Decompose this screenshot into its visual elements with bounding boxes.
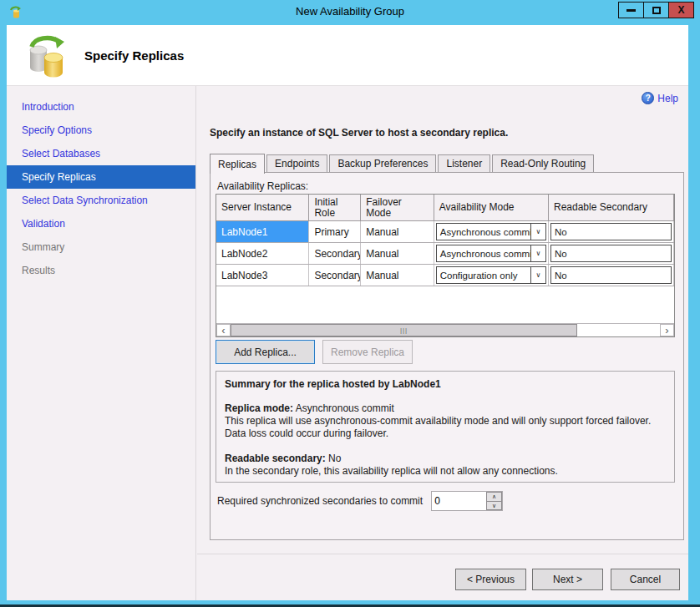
add-replica-button[interactable]: Add Replica...	[216, 340, 315, 364]
spin-down-icon[interactable]: ∨	[486, 501, 502, 511]
tab-read-only-routing[interactable]: Read-Only Routing	[492, 154, 594, 173]
scroll-right-icon[interactable]: ›	[660, 324, 674, 336]
sidebar-item-summary: Summary	[7, 235, 195, 259]
replica-mode-description: This replica will use asynchronous-commi…	[225, 415, 666, 440]
cell-server-instance[interactable]: LabNode2	[216, 243, 309, 264]
summary-title: Summary for the replica hosted by LabNod…	[225, 378, 666, 391]
cell-failover-mode: Manual	[361, 265, 434, 286]
content-area: ? Help Specify an instance of SQL Server…	[197, 86, 688, 600]
required-secondaries-spinner: ∧ ∨	[431, 491, 503, 511]
scrollbar-thumb[interactable]: |||	[231, 324, 577, 336]
tab-listener[interactable]: Listener	[438, 154, 490, 173]
horizontal-scrollbar[interactable]: ‹ ||| ›	[216, 323, 674, 336]
availability-mode-dropdown[interactable]: Configuration only ∨	[436, 266, 546, 284]
availability-mode-dropdown[interactable]: Asynchronous commit ∨	[436, 223, 546, 240]
readable-secondary-dropdown[interactable]: No	[550, 266, 672, 284]
chevron-down-icon[interactable]: ∨	[530, 245, 545, 261]
chevron-down-icon[interactable]: ∨	[530, 267, 545, 283]
grid-header-row: Server Instance Initial Role Failover Mo…	[216, 195, 674, 221]
required-secondaries-label: Required synchronized secondaries to com…	[217, 495, 423, 507]
readable-secondary-description: In the secondary role, this availability…	[225, 465, 666, 478]
column-header-availability-mode[interactable]: Availability Mode	[434, 195, 549, 221]
scrollbar-grip: |||	[400, 326, 408, 334]
cell-failover-mode: Manual	[361, 221, 434, 242]
page-title: Specify Replicas	[84, 48, 184, 63]
cell-availability-mode: Configuration only ∨	[434, 265, 549, 286]
client-area: Specify Replicas Introduction Specify Op…	[7, 25, 688, 600]
readable-secondary-line: Readable secondary: No	[225, 453, 666, 465]
sidebar-item-specify-replicas[interactable]: Specify Replicas	[7, 165, 195, 189]
wizard-steps-sidebar: Introduction Specify Options Select Data…	[7, 86, 196, 600]
replica-summary-box: Summary for the replica hosted by LabNod…	[216, 371, 675, 483]
chevron-down-icon[interactable]: ∨	[530, 224, 545, 240]
help-icon: ?	[642, 92, 654, 104]
sidebar-item-validation[interactable]: Validation	[7, 212, 195, 235]
readable-secondary-dropdown[interactable]: No	[550, 223, 672, 240]
help-link[interactable]: ? Help	[642, 92, 678, 104]
maximize-icon	[652, 7, 661, 14]
cell-readable-secondary: No	[549, 265, 674, 286]
wizard-header: Specify Replicas	[7, 25, 688, 86]
cell-server-instance[interactable]: LabNode1	[216, 221, 309, 242]
tab-replicas[interactable]: Replicas	[210, 154, 265, 174]
column-header-failover-mode[interactable]: Failover Mode	[361, 195, 434, 221]
grid-row-labnode2[interactable]: LabNode2 Secondary Manual Asynchronous c…	[216, 243, 674, 265]
availability-replicas-grid: Server Instance Initial Role Failover Mo…	[216, 194, 675, 337]
column-header-server-instance[interactable]: Server Instance	[216, 195, 309, 221]
readable-secondary-dropdown[interactable]: No	[550, 245, 672, 262]
dialog-window: New Availability Group X	[0, 0, 700, 607]
cell-readable-secondary: No	[549, 243, 674, 264]
cell-failover-mode: Manual	[361, 243, 434, 264]
cell-initial-role: Primary	[309, 221, 361, 242]
cell-server-instance[interactable]: LabNode3	[216, 265, 309, 286]
maximize-button[interactable]	[643, 2, 669, 18]
previous-button[interactable]: < Previous	[455, 569, 526, 590]
replicas-tab-panel: Availability Replicas: Server Instance I…	[210, 172, 684, 540]
remove-replica-button: Remove Replica	[322, 340, 413, 364]
grid-row-labnode1[interactable]: LabNode1 Primary Manual Asynchronous com…	[216, 221, 674, 243]
tab-backup-preferences[interactable]: Backup Preferences	[329, 154, 436, 173]
window-title: New Availability Group	[0, 5, 700, 18]
cancel-button[interactable]: Cancel	[611, 569, 680, 590]
replica-mode-line: Replica mode: Asynchronous commit	[225, 402, 666, 415]
tab-endpoints[interactable]: Endpoints	[266, 154, 327, 173]
tab-strip: Replicas Endpoints Backup Preferences Li…	[210, 154, 596, 173]
sidebar-item-introduction[interactable]: Introduction	[7, 95, 195, 119]
cell-initial-role: Secondary	[309, 243, 361, 264]
cell-initial-role: Secondary	[309, 265, 361, 286]
required-secondaries-row: Required synchronized secondaries to com…	[217, 491, 503, 511]
database-sync-icon	[25, 34, 67, 78]
minimize-icon	[626, 9, 636, 12]
sidebar-item-specify-options[interactable]: Specify Options	[7, 119, 195, 142]
close-icon: X	[677, 5, 684, 15]
grid-row-labnode3[interactable]: LabNode3 Secondary Manual Configuration …	[216, 265, 674, 286]
cell-readable-secondary: No	[549, 221, 674, 242]
availability-replicas-label: Availability Replicas:	[217, 180, 308, 192]
sidebar-item-select-databases[interactable]: Select Databases	[7, 142, 195, 165]
title-bar[interactable]: New Availability Group X	[0, 0, 700, 25]
required-secondaries-input[interactable]	[432, 492, 486, 510]
cell-availability-mode: Asynchronous commit ∨	[434, 243, 549, 264]
footer-divider	[197, 554, 688, 554]
column-header-initial-role[interactable]: Initial Role	[309, 195, 361, 221]
cell-availability-mode: Asynchronous commit ∨	[434, 221, 549, 242]
availability-mode-dropdown[interactable]: Asynchronous commit ∨	[436, 245, 546, 262]
next-button[interactable]: Next >	[532, 569, 603, 590]
help-label: Help	[657, 93, 678, 104]
minimize-button[interactable]	[618, 2, 644, 18]
instruction-text: Specify an instance of SQL Server to hos…	[210, 127, 508, 139]
close-button[interactable]: X	[668, 2, 694, 18]
scroll-left-icon[interactable]: ‹	[216, 324, 231, 336]
column-header-readable-secondary[interactable]: Readable Secondary	[549, 195, 674, 221]
sidebar-item-results: Results	[7, 259, 195, 282]
sidebar-item-select-data-synchronization[interactable]: Select Data Synchronization	[7, 189, 195, 212]
scrollbar-track[interactable]	[577, 324, 660, 336]
